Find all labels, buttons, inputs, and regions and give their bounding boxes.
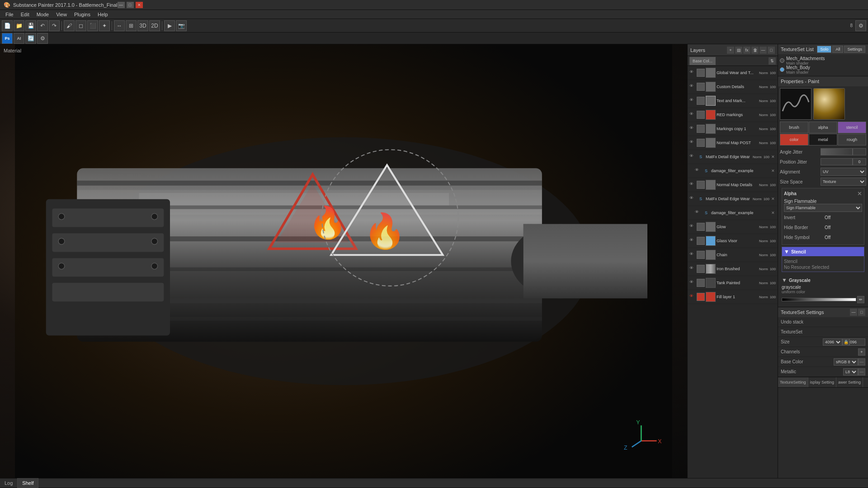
minimize-button[interactable]: — — [118, 2, 125, 8]
layer-iron-brushed[interactable]: 👁 Iron Brushed Norm 100 — [688, 262, 778, 276]
tb-2d[interactable]: 2D — [149, 20, 160, 31]
prop-slider[interactable] — [821, 148, 853, 155]
tb-fill[interactable]: ⬛ — [87, 20, 98, 31]
menu-file[interactable]: File — [2, 10, 17, 19]
layer-del[interactable]: ✕ — [770, 168, 776, 174]
tb-render[interactable]: ▶ — [164, 20, 175, 31]
ts-lock-btn[interactable]: 🔒 — [842, 338, 849, 346]
menu-view[interactable]: View — [52, 10, 71, 19]
textureset-mech-body[interactable]: Mech_Body Main shader — [780, 65, 866, 74]
ts-size-input[interactable] — [849, 338, 865, 346]
channel-metal-btn[interactable]: metal — [809, 134, 837, 145]
properties-header[interactable]: Properties - Paint — [778, 76, 868, 86]
prop-input-angle[interactable] — [853, 148, 866, 155]
tb-new[interactable]: 📄 — [2, 20, 13, 31]
maximize-button[interactable]: □ — [127, 2, 134, 8]
tb-undo[interactable]: ↶ — [37, 20, 48, 31]
layer-fill-1[interactable]: 👁 Fill layer 1 Norm 100 — [688, 290, 778, 304]
layer-eye[interactable]: 👁 — [689, 224, 696, 230]
layer-eye[interactable]: 👁 — [689, 140, 696, 146]
layer-eye[interactable]: 👁 — [689, 238, 696, 244]
ts-solo-btn[interactable]: Solo — [817, 46, 831, 53]
ts-metallic-del-btn[interactable]: — — [858, 368, 865, 375]
ts-tab-display[interactable]: isplay Setting — [808, 377, 837, 387]
channel-stencil-btn[interactable]: stencil — [838, 122, 866, 133]
layers-del-btn[interactable]: 🗑 — [751, 47, 759, 54]
tb-3d[interactable]: 3D — [137, 20, 148, 31]
layer-damage-filter[interactable]: 👁 S damage_filter_example ✕ — [688, 164, 778, 178]
grayscale-edit-btn[interactable]: ✏ — [857, 296, 864, 303]
tb-redo[interactable]: ↷ — [49, 20, 60, 31]
layer-eye[interactable]: 👁 — [689, 70, 696, 76]
layer-eye[interactable]: 👁 — [689, 294, 696, 300]
alpha-close-btn[interactable]: ✕ — [857, 190, 862, 197]
layer-red-markings[interactable]: 👁 RED markings Norm 100 — [688, 108, 778, 122]
shelf-tab-log[interactable]: Log — [0, 478, 18, 488]
layer-eye[interactable]: 👁 — [689, 154, 696, 160]
layer-eye[interactable]: 👁 — [689, 266, 696, 272]
layers-group-btn[interactable]: ▤ — [735, 47, 742, 54]
tb-save[interactable]: 💾 — [25, 20, 36, 31]
tb2-cfg[interactable]: ⚙ — [37, 33, 48, 44]
layer-eye[interactable]: 👁 — [695, 210, 701, 216]
layer-eye[interactable]: 👁 — [689, 196, 696, 202]
filter-sort-btn[interactable]: ⇅ — [769, 57, 776, 65]
tb-crop[interactable]: ⊞ — [126, 20, 137, 31]
viewport[interactable]: 🔥 🔥 — [0, 44, 687, 478]
textureset-mech-attachments[interactable]: Mech_Attachments Main shader — [780, 56, 866, 65]
textureset-header[interactable]: TextureSet List Solo All Settings — [778, 44, 868, 54]
tb-transform[interactable]: ↔ — [114, 20, 125, 31]
menu-plugins[interactable]: Plugins — [71, 10, 94, 19]
layer-custom-details[interactable]: 👁 Custom Details Norm 100 — [688, 80, 778, 94]
shelf-tab-shelf[interactable]: Shelf — [18, 478, 38, 488]
layer-eye[interactable]: 👁 — [689, 126, 696, 132]
prop-input-position[interactable] — [853, 158, 866, 165]
tb-smudge[interactable]: ✦ — [99, 20, 110, 31]
layers-max-btn[interactable]: □ — [768, 47, 775, 54]
tb2-ps[interactable]: Ps — [2, 33, 13, 44]
prop-size-space-dropdown[interactable]: Texture — [821, 178, 866, 186]
layer-eye[interactable]: 👁 — [689, 98, 696, 104]
ts-base-color-dropdown[interactable]: sRGB 8 — [834, 358, 858, 366]
channel-color-btn[interactable]: color — [780, 134, 808, 145]
channel-alpha-btn[interactable]: alpha — [809, 122, 837, 133]
layer-eye[interactable]: 👁 — [695, 168, 701, 174]
layer-eye[interactable]: 👁 — [689, 252, 696, 258]
layer-del[interactable]: ✕ — [770, 154, 776, 160]
layer-glow[interactable]: 👁 Glow Norm 100 — [688, 220, 778, 234]
layer-eye[interactable]: 👁 — [689, 280, 696, 286]
layer-glass-visor[interactable]: 👁 Glass Visor Norm 100 — [688, 234, 778, 248]
ts-tab-texture[interactable]: TextureSetting — [778, 377, 808, 387]
tb-paint[interactable]: 🖌 — [64, 20, 75, 31]
layer-eye[interactable]: 👁 — [689, 84, 696, 90]
layer-eye[interactable]: 👁 — [689, 112, 696, 118]
ts-base-color-del-btn[interactable]: — — [858, 358, 865, 366]
tb2-ai[interactable]: AI — [14, 33, 24, 44]
layer-normal-post[interactable]: 👁 Normal Map POST Norm 100 — [688, 136, 778, 150]
tb-erase[interactable]: ◻ — [75, 20, 86, 31]
layer-eye[interactable]: 👁 — [689, 182, 696, 188]
menu-edit[interactable]: Edit — [17, 10, 33, 19]
layer-markings-copy[interactable]: 👁 Markings copy 1 Norm 100 — [688, 122, 778, 136]
layer-del[interactable]: ✕ — [770, 196, 776, 202]
menu-mode[interactable]: Mode — [33, 10, 53, 19]
prop-slider2[interactable] — [821, 158, 853, 165]
ts-metallic-dropdown[interactable]: L8 — [843, 368, 858, 375]
tb-open[interactable]: 📁 — [14, 20, 24, 31]
prop-alignment-dropdown[interactable]: UV — [821, 168, 866, 176]
layer-matfx-edge2[interactable]: 👁 S MatFx Detail Edge Wear Norm 100 ✕ — [688, 192, 778, 206]
ts-all-btn[interactable]: All — [832, 46, 843, 53]
close-button[interactable]: ✕ — [136, 2, 143, 8]
tb-settings[interactable]: ⚙ — [855, 20, 866, 31]
layer-chain[interactable]: 👁 Chain Norm 100 — [688, 248, 778, 262]
menu-help[interactable]: Help — [94, 10, 112, 19]
layer-normal-details[interactable]: 👁 Normal Map Details Norm 100 — [688, 178, 778, 192]
alpha-dropdown[interactable]: Sign Flammable — [784, 204, 862, 212]
ts-channels-add-btn[interactable]: + — [858, 348, 865, 356]
layer-damage-filter2[interactable]: 👁 S damage_filter_example ✕ — [688, 206, 778, 220]
tb-camera[interactable]: 📷 — [176, 20, 187, 31]
ts-settings-btn[interactable]: Settings — [844, 46, 865, 53]
layer-matfx-edge[interactable]: 👁 S MatFx Detail Edge Wear Norm 100 ✕ — [688, 150, 778, 164]
layers-add-btn[interactable]: + — [727, 47, 734, 54]
filter-base-col[interactable]: Base Col... — [689, 57, 716, 65]
